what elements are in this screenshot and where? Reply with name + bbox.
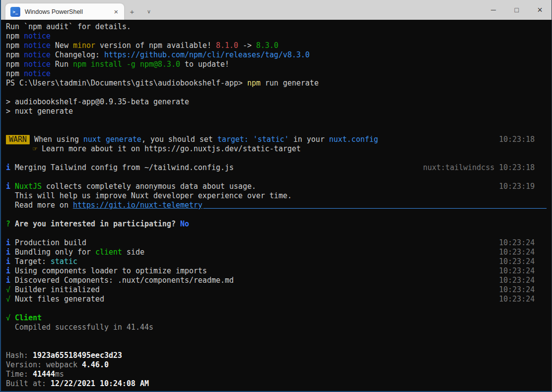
terminal-text: Merging Tailwind config from ~/tailwind.… [10,163,234,173]
terminal-line: > audiobookshelf-app@0.9.35-beta generat… [6,97,552,107]
terminal-line: i Using components loader to optimize im… [6,266,552,276]
terminal-text: notice [24,60,50,69]
check-icon: √ [6,285,10,295]
build-hash: 1923a65518495eec3d23 [33,351,122,360]
terminal-text: > audiobookshelf-app@0.9.35-beta generat… [6,97,189,107]
timestamp: 10:23:24 [499,248,552,257]
terminal-text: notice [24,69,50,79]
terminal-line: i Target: static10:23:24 [6,257,552,266]
minimize-button[interactable]: ─ [482,0,505,20]
prompt-path: PS C:\Users\tadmin\Documents\gits\audiob… [6,79,247,88]
telemetry-url[interactable]: https://git.io/nuxt-telemetry [73,201,202,210]
terminal-line [6,116,552,126]
terminal-output[interactable]: Run `npm audit` for details.npm noticenp… [1,20,552,391]
powershell-icon: >_ [10,7,20,17]
terminal-text: npm [6,60,24,69]
built-at: 12/22/2021 10:24:08 AM [50,379,149,389]
info-icon: i [6,257,10,266]
terminal-text: Read more on [6,201,73,210]
timestamp: 10:23:24 [499,285,552,295]
terminal-text: target: 'static' [217,135,289,144]
terminal-line: npm notice [6,69,552,79]
timestamp: 10:23:24 [499,276,552,285]
terminal-text: notice [24,32,50,41]
terminal-line: This will help us improve Nuxt developer… [6,191,552,201]
question-icon: ? [6,219,10,229]
participation-answer: No [180,219,189,229]
terminal-line: Hash: 1923a65518495eec3d23 [6,351,552,360]
powershell-icon-glyph: >_ [13,9,18,14]
terminal-line: WARN When using nuxt generate, you shoul… [6,135,552,144]
terminal-text: run generate [261,79,319,88]
static-target-url[interactable]: https://go.nuxtjs.dev/static-target [144,144,301,154]
tab-windows-powershell[interactable]: >_ Windows PowerShell × [5,3,124,20]
check-icon: √ [6,313,15,323]
terminal-line: npm notice [6,32,552,41]
terminal-text: Using components loader to optimize impo… [10,266,207,276]
terminal-line: i Bundling only for client side10:23:24 [6,248,552,257]
terminal-text: Target: [10,257,50,266]
terminal-text: When using [30,135,83,144]
terminal-line [6,210,552,219]
info-icon: i [6,248,10,257]
terminal-line [6,88,552,97]
terminal-text: npm [6,32,24,41]
tab-close-icon[interactable]: × [113,7,119,16]
terminal-line: Read more on https://git.io/nuxt-telemet… [6,201,552,210]
terminal-line: Built at: 12/22/2021 10:24:08 AM [6,379,552,389]
terminal-text: ms [55,370,64,379]
terminal-line: PS C:\Users\tadmin\Documents\gits\audiob… [6,79,552,88]
terminal-text: Are you interested in participating? [10,219,180,229]
terminal-line [6,342,552,351]
close-button[interactable]: × [528,0,552,20]
maximize-button[interactable]: □ [505,0,528,20]
terminal-text: Compiled successfully in 41.44s [6,323,153,332]
terminal-text: nuxt generate [84,135,141,144]
terminal-line: ☞ Learn more about it on https://go.nuxt… [6,144,552,154]
terminal-text: Client [15,313,42,323]
terminal-text: > nuxt generate [6,107,73,116]
terminal-line: Run `npm audit` for details. [6,22,552,32]
terminal-text: Builder initialized [10,285,100,295]
terminal-text: side [122,248,144,257]
terminal-text: Hash: [6,351,33,360]
terminal-text: to update! [180,60,229,69]
terminal-line: √ Builder initialized10:23:24 [6,285,552,295]
timestamp: 10:23:24 [499,266,552,276]
pointing-finger-icon: ☞ [33,144,37,154]
timestamp: 10:23:18 [499,135,552,144]
terminal-text: notice [24,41,50,50]
terminal-line [6,229,552,238]
terminal-line [6,154,552,163]
terminal-line [6,173,552,182]
terminal-line [6,304,552,313]
terminal-text [10,182,15,191]
terminal-text: npm [247,79,261,88]
terminal-line: i NuxtJS collects completely anonymous d… [6,182,552,191]
terminal-line: ? Are you interested in participating? N… [6,219,552,229]
terminal-text: collects completely anonymous data about… [42,182,256,191]
check-icon: √ [6,295,10,304]
new-tab-button[interactable]: + [124,3,140,20]
titlebar: >_ Windows PowerShell × + ∨ ─ □ × [1,0,552,20]
terminal-text: Run [50,60,73,69]
terminal-text: -> [238,41,256,50]
info-icon: i [6,182,10,191]
terminal-line: i Discovered Components: .nuxt/component… [6,276,552,285]
changelog-url[interactable]: https://github.com/npm/cli/releases/tag/… [104,50,310,60]
terminal-text: New [50,41,73,50]
tab-dropdown-button[interactable]: ∨ [140,3,158,20]
terminal-text: npm [6,50,24,60]
terminal-line [6,126,552,135]
terminal-text: , you should set [141,135,218,144]
info-icon: i [6,163,10,173]
terminal-text: notice [24,50,50,60]
info-icon: i [6,276,10,285]
terminal-line: Time: 41444ms [6,370,552,379]
terminal-text: npm [6,69,24,79]
timestamp: 10:23:24 [499,295,552,304]
terminal-text: npm [6,41,24,50]
terminal-line: √ Nuxt files generated10:23:24 [6,295,552,304]
terminal-text: Run `npm audit` for details. [6,22,131,32]
build-time: 41444 [33,370,55,379]
